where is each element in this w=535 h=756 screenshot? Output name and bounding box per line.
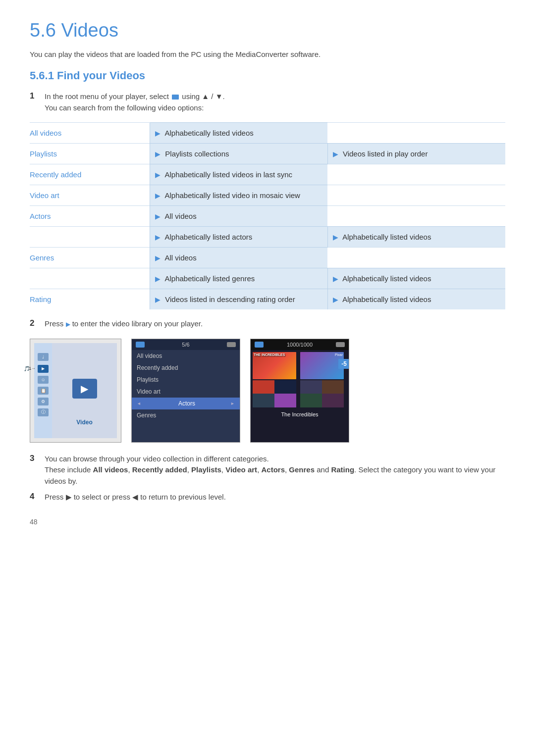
thumbnail-2: Pixar bbox=[300, 352, 344, 379]
thumbnails-grid: THE INCREDIBLES Pixar bbox=[251, 350, 349, 409]
sidebar-video-icon: ▶ 1→ 🎵 bbox=[38, 365, 49, 373]
step-2: 2 Press ▶ to enter the video library on … bbox=[30, 318, 505, 330]
table-col2-0: ▶ Alphabetically listed videos bbox=[150, 123, 328, 144]
table-row: Playlists▶ Playlists collections▶ Videos… bbox=[30, 144, 505, 164]
table-row: Video art▶ Alphabetically listed video i… bbox=[30, 185, 505, 206]
step-1-number: 1 bbox=[30, 91, 45, 101]
thumbnail-1: THE INCREDIBLES bbox=[253, 352, 296, 379]
screenshot-device: ♩ ▶ 1→ 🎵 ☺ 📋 ⚙ ⓘ bbox=[30, 339, 121, 443]
arrow-right-icon: ▶ bbox=[155, 150, 160, 158]
table-col3-7: ▶ Alphabetically listed videos bbox=[327, 268, 505, 289]
subsection-title: 5.6.1 Find your Videos bbox=[30, 69, 505, 82]
menu-header-icon bbox=[136, 342, 145, 348]
table-col3-4 bbox=[327, 206, 505, 227]
arrow-right-icon: ▶ bbox=[155, 296, 160, 303]
step-2-text: Press ▶ to enter the video library on yo… bbox=[45, 318, 203, 330]
table-col3-8: ▶ Alphabetically listed videos bbox=[327, 289, 505, 310]
table-col2-8: ▶ Videos listed in descending rating ord… bbox=[150, 289, 328, 310]
arrow-right-icon: ▶ bbox=[155, 254, 160, 262]
screenshot-menu: 5/6 All videos Recently added Playlists … bbox=[131, 339, 240, 443]
arrow-right-icon: ▶ bbox=[333, 296, 338, 303]
arrow-right-icon: ▶ bbox=[155, 212, 160, 220]
table-col2-1: ▶ Playlists collections bbox=[150, 144, 328, 164]
sidebar-icon-4: ⚙ bbox=[38, 398, 49, 405]
sidebar-icon-2: ☺ bbox=[38, 376, 49, 384]
table-col3-0 bbox=[327, 123, 505, 144]
thumbnails-header: 1000/1000 bbox=[251, 339, 349, 350]
menu-item-video-art[interactable]: Video art bbox=[132, 386, 240, 398]
video-label: Video bbox=[52, 419, 117, 426]
arrow-right-icon: ▶ bbox=[155, 275, 160, 283]
arrow-right-icon: ▶ bbox=[155, 129, 160, 137]
arrow-right-icon: ▶ bbox=[155, 233, 160, 241]
table-col3-6 bbox=[327, 248, 505, 268]
screenshot-thumbnails: 1000/1000 THE INCREDIBLES Pixar bbox=[250, 339, 349, 443]
thumbnails-battery bbox=[336, 342, 345, 347]
section-title: 5.6 Videos bbox=[30, 20, 505, 41]
step-4: 4 Press ▶ to select or press ◀ to return… bbox=[30, 492, 505, 503]
step-1: 1 In the root menu of your player, selec… bbox=[30, 91, 505, 113]
menu-counter: 5/6 bbox=[182, 342, 189, 348]
table-col1-0: All videos bbox=[30, 123, 150, 144]
arrow-right-icon: ▶ bbox=[155, 171, 160, 179]
table-row: ▶ Alphabetically listed actors▶ Alphabet… bbox=[30, 227, 505, 248]
intro-text: You can play the videos that are loaded … bbox=[30, 50, 505, 58]
table-row: Actors▶ All videos bbox=[30, 206, 505, 227]
table-col1-2: Recently added bbox=[30, 164, 150, 185]
table-col1-7 bbox=[30, 268, 150, 289]
table-col2-5: ▶ Alphabetically listed actors bbox=[150, 227, 328, 248]
step-1-text: In the root menu of your player, select … bbox=[45, 91, 225, 113]
arrow-right-icon: ▶ bbox=[333, 233, 338, 241]
table-col3-1: ▶ Videos listed in play order bbox=[327, 144, 505, 164]
sidebar-icon-5: ⓘ bbox=[38, 408, 49, 416]
menu-item-playlists[interactable]: Playlists bbox=[132, 374, 240, 386]
table-col2-4: ▶ All videos bbox=[150, 206, 328, 227]
table-row: Rating▶ Videos listed in descending rati… bbox=[30, 289, 505, 310]
screenshots-row: ♩ ▶ 1→ 🎵 ☺ 📋 ⚙ ⓘ bbox=[30, 339, 505, 443]
table-col3-5: ▶ Alphabetically listed videos bbox=[327, 227, 505, 248]
table-col1-4: Actors bbox=[30, 206, 150, 227]
page-number: 48 bbox=[30, 518, 505, 526]
table-row: All videos▶ Alphabetically listed videos bbox=[30, 123, 505, 144]
table-col2-6: ▶ All videos bbox=[150, 248, 328, 268]
thumbnail-4 bbox=[300, 380, 344, 407]
navigation-table: All videos▶ Alphabetically listed videos… bbox=[30, 122, 505, 309]
device-main-area: ▶ Video bbox=[52, 343, 117, 438]
num5-badge: -5 bbox=[338, 359, 349, 369]
table-col1-1: Playlists bbox=[30, 144, 150, 164]
table-col1-3: Video art bbox=[30, 185, 150, 206]
video-icon bbox=[172, 95, 179, 100]
table-col2-7: ▶ Alphabetically listed genres bbox=[150, 268, 328, 289]
step-4-number: 4 bbox=[30, 492, 45, 502]
menu-battery-icon bbox=[227, 342, 236, 347]
thumbnails-icon bbox=[255, 342, 264, 348]
menu-item-genres[interactable]: Genres bbox=[132, 409, 240, 421]
arrow-right-icon: ▶ bbox=[333, 275, 338, 283]
device-sidebar: ♩ ▶ 1→ 🎵 ☺ 📋 ⚙ ⓘ bbox=[34, 343, 52, 438]
table-col3-3 bbox=[327, 185, 505, 206]
menu-item-actors-highlighted[interactable]: Actors bbox=[132, 398, 240, 409]
sidebar-icon-3: 📋 bbox=[38, 387, 49, 395]
step-3: 3 You can browse through your video coll… bbox=[30, 454, 505, 487]
table-col2-3: ▶ Alphabetically listed video in mosaic … bbox=[150, 185, 328, 206]
table-row: ▶ Alphabetically listed genres▶ Alphabet… bbox=[30, 268, 505, 289]
table-col2-2: ▶ Alphabetically listed videos in last s… bbox=[150, 164, 328, 185]
table-col1-5 bbox=[30, 227, 150, 248]
table-row: Genres▶ All videos bbox=[30, 248, 505, 268]
step-2-number: 2 bbox=[30, 318, 45, 328]
thumbnails-counter: 1000/1000 bbox=[287, 342, 313, 348]
menu-item-recently-added[interactable]: Recently added bbox=[132, 362, 240, 374]
step-4-text: Press ▶ to select or press ◀ to return t… bbox=[45, 492, 226, 503]
movie-title: The Incredibles bbox=[251, 409, 349, 419]
arrow-right-icon: ▶ bbox=[333, 150, 338, 158]
arrow-right-icon: ▶ bbox=[155, 192, 160, 200]
step-3-number: 3 bbox=[30, 454, 45, 463]
table-col3-2 bbox=[327, 164, 505, 185]
menu-header: 5/6 bbox=[132, 339, 240, 350]
menu-item-all-videos[interactable]: All videos bbox=[132, 350, 240, 362]
thumbnail-3 bbox=[253, 380, 296, 407]
table-col1-6: Genres bbox=[30, 248, 150, 268]
table-col1-8: Rating bbox=[30, 289, 150, 310]
step-3-text: You can browse through your video collec… bbox=[45, 454, 505, 487]
table-row: Recently added▶ Alphabetically listed vi… bbox=[30, 164, 505, 185]
